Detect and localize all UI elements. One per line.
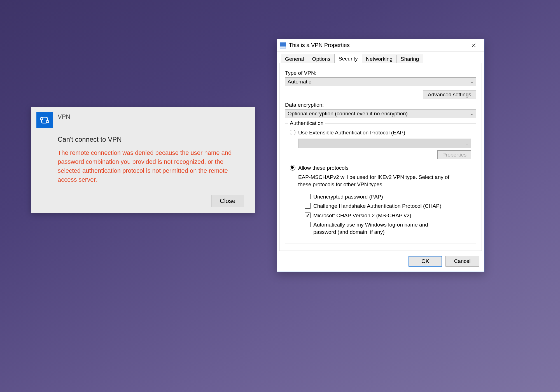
tab-options[interactable]: Options bbox=[308, 55, 335, 63]
encryption-label: Data encryption: bbox=[285, 102, 476, 108]
eap-properties-button: Properties bbox=[437, 150, 471, 159]
pap-label: Unencrypted password (PAP) bbox=[313, 193, 383, 200]
ok-button[interactable]: OK bbox=[409, 256, 442, 267]
vpn-icon bbox=[36, 112, 53, 128]
allow-protocols-label: Allow these protocols bbox=[298, 164, 349, 172]
authentication-fieldset: Authentication Use Extensible Authentica… bbox=[285, 123, 476, 244]
encryption-value: Optional encryption (connect even if no … bbox=[288, 111, 408, 117]
pap-checkbox-row[interactable]: Unencrypted password (PAP) bbox=[305, 193, 471, 200]
close-button[interactable]: Close bbox=[211, 195, 244, 207]
tab-bar: General Options Security Networking Shar… bbox=[279, 53, 482, 63]
vpn-type-label: Type of VPN: bbox=[285, 70, 476, 76]
mschap-label: Microsoft CHAP Version 2 (MS-CHAP v2) bbox=[313, 212, 411, 219]
chap-label: Challenge Handshake Authentication Proto… bbox=[313, 202, 441, 210]
cancel-button[interactable]: Cancel bbox=[445, 256, 479, 267]
chevron-down-icon: ⌄ bbox=[470, 111, 473, 116]
close-icon[interactable] bbox=[467, 41, 481, 50]
allow-protocols-note: EAP-MSCHAPv2 will be used for IKEv2 VPN … bbox=[298, 174, 455, 188]
allow-protocols-radio[interactable] bbox=[290, 165, 295, 171]
authentication-legend: Authentication bbox=[288, 120, 325, 126]
mschap-checkbox[interactable] bbox=[305, 213, 311, 218]
autologon-label: Automatically use my Windows log-on name… bbox=[313, 221, 451, 235]
toast-error-message: The remote connection was denied because… bbox=[58, 148, 242, 184]
tab-networking[interactable]: Networking bbox=[362, 55, 397, 63]
dialog-icon bbox=[280, 42, 286, 48]
toast-subtitle: Can't connect to VPN bbox=[58, 136, 248, 143]
chevron-down-icon: ⌄ bbox=[470, 80, 473, 84]
vpn-type-value: Automatic bbox=[288, 79, 311, 85]
mschap-checkbox-row[interactable]: Microsoft CHAP Version 2 (MS-CHAP v2) bbox=[305, 212, 471, 219]
tab-sharing[interactable]: Sharing bbox=[396, 55, 423, 63]
chap-checkbox-row[interactable]: Challenge Handshake Authentication Proto… bbox=[305, 202, 471, 210]
tab-security[interactable]: Security bbox=[334, 54, 362, 63]
chevron-down-icon: ⌄ bbox=[465, 141, 469, 146]
dialog-titlebar[interactable]: This is a VPN Properties bbox=[277, 39, 484, 52]
vpn-type-select[interactable]: Automatic ⌄ bbox=[285, 77, 476, 86]
vpn-properties-dialog: This is a VPN Properties General Options… bbox=[277, 39, 484, 272]
eap-radio-label: Use Extensible Authentication Protocol (… bbox=[298, 129, 405, 136]
vpn-error-toast: VPN Can't connect to VPN The remote conn… bbox=[31, 107, 255, 213]
autologon-checkbox-row[interactable]: Automatically use my Windows log-on name… bbox=[305, 221, 451, 235]
pap-checkbox[interactable] bbox=[305, 194, 311, 199]
eap-radio[interactable] bbox=[290, 130, 295, 135]
chap-checkbox[interactable] bbox=[305, 203, 311, 209]
dialog-title: This is a VPN Properties bbox=[289, 42, 464, 48]
eap-method-select: ⌄ bbox=[298, 139, 471, 148]
autologon-checkbox[interactable] bbox=[305, 222, 311, 227]
toast-app-name: VPN bbox=[58, 112, 70, 120]
security-panel: Type of VPN: Automatic ⌄ Advanced settin… bbox=[279, 63, 482, 251]
eap-radio-row[interactable]: Use Extensible Authentication Protocol (… bbox=[290, 129, 471, 136]
allow-protocols-radio-row[interactable]: Allow these protocols bbox=[290, 164, 471, 172]
tab-general[interactable]: General bbox=[281, 55, 308, 63]
advanced-settings-button[interactable]: Advanced settings bbox=[423, 90, 476, 99]
encryption-select[interactable]: Optional encryption (connect even if no … bbox=[285, 109, 476, 118]
